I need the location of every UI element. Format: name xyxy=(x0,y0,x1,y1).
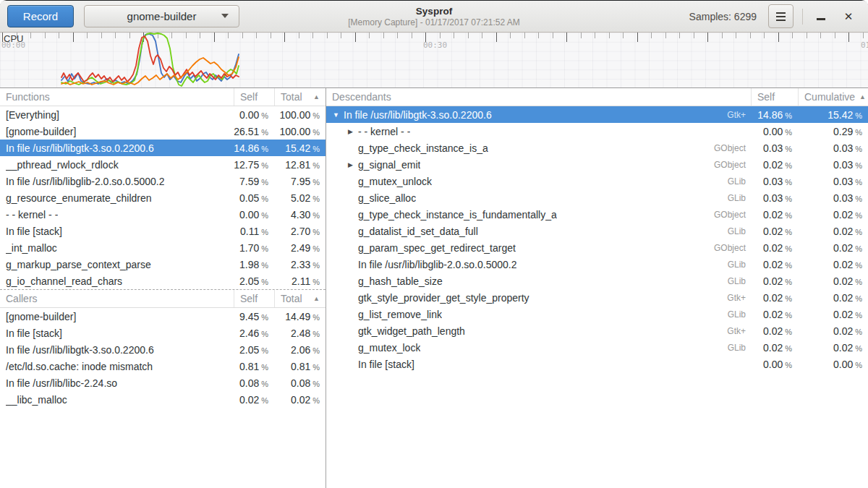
cpu-timeline-graph[interactable]: CPU 00:0000:3001:00 xyxy=(0,33,868,88)
function-name: g_mutex_unlock xyxy=(358,176,432,187)
total-percent-cell: 0.02% xyxy=(798,226,868,237)
total-percent-cell: 0.08% xyxy=(274,377,326,389)
table-row[interactable]: [gnome-builder]9.45%14.49% xyxy=(0,308,326,325)
function-name: - - kernel - - xyxy=(6,209,58,221)
sort-ascending-icon: ▲ xyxy=(313,295,320,302)
table-row[interactable]: [gnome-builder]26.51%100.00% xyxy=(0,123,326,140)
function-name: __libc_malloc xyxy=(6,394,67,406)
total-percent-cell: 0.02% xyxy=(798,325,868,337)
table-row[interactable]: In file /usr/lib/libc-2.24.so0.08%0.08% xyxy=(0,374,326,391)
minimize-button[interactable] xyxy=(812,7,830,26)
library-category-label: GLib xyxy=(728,260,751,270)
table-row[interactable]: g_resource_enumerate_children0.05%5.02% xyxy=(0,189,326,206)
expander-collapsed-icon[interactable]: ▶ xyxy=(346,128,354,135)
expander-expanded-icon[interactable]: ▼ xyxy=(332,111,340,119)
cpu-line-orange xyxy=(61,57,239,85)
function-name: [gnome-builder] xyxy=(6,311,76,322)
table-row[interactable]: In file /usr/lib/libgtk-3.so.0.2200.62.0… xyxy=(0,341,326,358)
tree-row[interactable]: ▶g_signal_emitGObject0.02%0.03% xyxy=(326,156,868,173)
time-tick-label: 01:00 xyxy=(861,40,868,50)
table-row[interactable]: g_io_channel_read_chars2.05%2.11% xyxy=(0,273,326,289)
function-name: _int_malloc xyxy=(6,242,57,254)
total-percent-cell: 0.00% xyxy=(798,359,868,370)
self-percent-cell: 1.70% xyxy=(234,242,274,254)
self-percent-cell: 0.08% xyxy=(234,377,274,389)
self-percent-cell: 0.00% xyxy=(751,359,798,370)
tree-row[interactable]: ▼In file /usr/lib/libgtk-3.so.0.2200.6Gt… xyxy=(326,106,868,123)
tree-row[interactable]: g_slice_allocGLib0.03%0.03% xyxy=(326,189,868,206)
function-name: In file /usr/lib/libc-2.24.so xyxy=(6,377,117,389)
descendants-cumulative-column-header[interactable]: Cumulative ▲ xyxy=(798,88,868,106)
library-category-label: GLib xyxy=(728,309,751,320)
tree-row[interactable]: g_datalist_id_set_data_fullGLib0.02%0.02… xyxy=(326,223,868,239)
table-row[interactable]: g_markup_parse_context_parse1.98%2.33% xyxy=(0,256,326,273)
library-category-label: Gtk+ xyxy=(727,293,751,303)
table-row[interactable]: /etc/ld.so.cache: inode mismatch0.81%0.8… xyxy=(0,358,326,374)
self-percent-cell: 0.02% xyxy=(234,394,274,406)
titlebar: Sysprof [Memory Capture] - 01/17/2017 07… xyxy=(0,1,868,33)
tree-row[interactable]: g_type_check_instance_is_fundamentally_a… xyxy=(326,206,868,223)
total-percent-cell: 0.29% xyxy=(798,126,868,137)
table-row[interactable]: _int_malloc1.70%2.49% xyxy=(0,239,326,256)
total-percent-cell: 0.02% xyxy=(798,259,868,270)
total-percent-cell: 0.03% xyxy=(798,159,868,171)
tree-row[interactable]: gtk_widget_path_lengthGtk+0.02%0.02% xyxy=(326,322,868,339)
table-row[interactable]: - - kernel - -0.00%4.30% xyxy=(0,206,326,223)
function-name: - - kernel - - xyxy=(358,126,410,137)
tree-row[interactable]: g_hash_table_sizeGLib0.02%0.02% xyxy=(326,273,868,289)
functions-column-header[interactable]: Functions xyxy=(0,88,234,106)
functions-self-column-header[interactable]: Self xyxy=(234,88,274,106)
tree-row[interactable]: g_param_spec_get_redirect_targetGObject0… xyxy=(326,239,868,256)
total-percent-cell: 2.49% xyxy=(274,242,326,254)
callers-self-column-header[interactable]: Self xyxy=(234,290,274,307)
total-percent-cell: 0.02% xyxy=(798,342,868,354)
functions-table: [Everything]0.00%100.00%[gnome-builder]2… xyxy=(0,106,326,289)
tree-row[interactable]: g_list_remove_linkGLib0.02%0.02% xyxy=(326,306,868,322)
descendants-self-column-header[interactable]: Self xyxy=(751,88,798,106)
total-percent-cell: 0.02% xyxy=(798,292,868,304)
tree-row[interactable]: g_mutex_lockGLib0.02%0.02% xyxy=(326,339,868,356)
table-row[interactable]: [Everything]0.00%100.00% xyxy=(0,106,326,123)
total-percent-cell: 4.30% xyxy=(274,209,326,221)
left-panel: Functions Self Total ▲ [Everything]0.00%… xyxy=(0,88,326,488)
process-selector-dropdown[interactable]: gnome-builder xyxy=(84,5,239,27)
table-row[interactable]: In file [stack]0.11%2.70% xyxy=(0,223,326,239)
function-name: [gnome-builder] xyxy=(6,126,76,137)
self-percent-cell: 14.86% xyxy=(751,109,798,121)
table-row[interactable]: __libc_malloc0.02%0.02% xyxy=(0,391,326,408)
callers-table: [gnome-builder]9.45%14.49%In file [stack… xyxy=(0,308,326,408)
close-button[interactable]: ✕ xyxy=(839,7,858,26)
descendants-column-header[interactable]: Descendants xyxy=(326,88,751,106)
functions-total-column-header[interactable]: Total ▲ xyxy=(274,88,326,106)
self-percent-cell: 0.02% xyxy=(751,259,798,270)
function-name: g_list_remove_link xyxy=(358,309,442,320)
tree-row[interactable]: ▶- - kernel - -0.00%0.29% xyxy=(326,123,868,140)
function-name: In file [stack] xyxy=(6,328,62,339)
self-percent-cell: 0.11% xyxy=(234,226,274,237)
expander-collapsed-icon[interactable]: ▶ xyxy=(346,161,354,168)
table-row[interactable]: In file /usr/lib/libglib-2.0.so.0.5000.2… xyxy=(0,173,326,189)
library-category-label: Gtk+ xyxy=(727,110,751,120)
table-row[interactable]: In file /usr/lib/libgtk-3.so.0.2200.614.… xyxy=(0,140,326,156)
self-percent-cell: 2.46% xyxy=(234,328,274,339)
hamburger-menu-button[interactable] xyxy=(768,4,793,28)
function-name: g_type_check_instance_is_a xyxy=(358,142,488,154)
self-percent-cell: 0.02% xyxy=(751,292,798,304)
table-row[interactable]: __pthread_rwlock_rdlock12.75%12.81% xyxy=(0,156,326,173)
tree-row[interactable]: g_mutex_unlockGLib0.03%0.03% xyxy=(326,173,868,189)
tree-row[interactable]: In file /usr/lib/libglib-2.0.so.0.5000.2… xyxy=(326,256,868,273)
function-name: g_datalist_id_set_data_full xyxy=(358,226,478,237)
total-percent-cell: 0.03% xyxy=(798,192,868,204)
left-panel-empty-space xyxy=(0,408,326,488)
function-name: g_mutex_lock xyxy=(358,342,420,354)
callers-total-column-header[interactable]: Total ▲ xyxy=(274,290,326,307)
record-button[interactable]: Record xyxy=(7,5,74,27)
tree-row[interactable]: g_type_check_instance_is_aGObject0.03%0.… xyxy=(326,140,868,156)
callers-column-header[interactable]: Callers xyxy=(0,290,234,307)
total-percent-cell: 2.11% xyxy=(274,275,326,287)
library-category-label: GLib xyxy=(728,176,751,187)
tree-row[interactable]: gtk_style_provider_get_style_propertyGtk… xyxy=(326,289,868,306)
function-name: g_resource_enumerate_children xyxy=(6,192,152,204)
tree-row[interactable]: In file [stack]0.00%0.00% xyxy=(326,356,868,372)
table-row[interactable]: In file [stack]2.46%2.48% xyxy=(0,325,326,341)
